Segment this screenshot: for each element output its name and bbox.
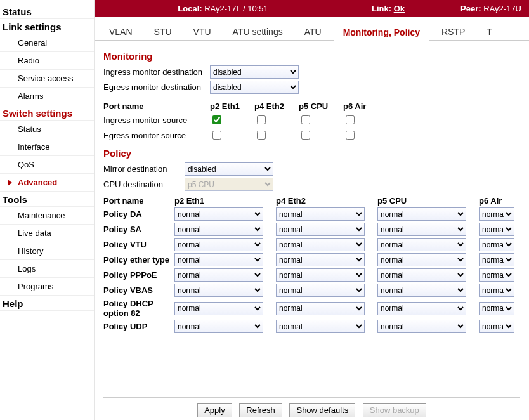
sidebar-item[interactable]: General <box>0 34 94 52</box>
policy-select[interactable]: normal <box>276 302 365 315</box>
peer-value: RAy2-17U <box>483 4 521 13</box>
sidebar-item[interactable]: Advanced <box>0 174 94 192</box>
sidebar-item[interactable]: Live data <box>0 225 94 242</box>
policy-select[interactable]: norma <box>479 238 514 251</box>
egress-src-checkbox-2[interactable] <box>301 131 310 140</box>
policy-row-label: Policy SA <box>103 225 174 234</box>
port-col-2: p5 CPU <box>299 102 343 111</box>
policy-select[interactable]: normal <box>377 268 466 282</box>
policy-select[interactable]: norma <box>479 223 514 236</box>
local-value: RAy2-17L / 10:51 <box>204 4 268 13</box>
policy-select[interactable]: norma <box>479 284 514 297</box>
policy-port-0: p2 Eth1 <box>174 196 276 206</box>
sidebar-item[interactable]: Service access <box>0 70 94 88</box>
policy-row-label: Policy VBAS <box>103 285 174 295</box>
policy-row-label: Policy PPPoE <box>103 270 174 280</box>
peer-label: Peer: <box>460 4 481 13</box>
link-value[interactable]: Ok <box>394 4 405 13</box>
sidebar-item[interactable]: History <box>0 242 94 260</box>
ingress-src-checkbox-1[interactable] <box>257 115 266 124</box>
policy-select[interactable]: norma <box>479 268 514 282</box>
ingress-dest-select[interactable]: disabled <box>210 65 299 79</box>
policy-select[interactable]: normal <box>377 253 466 266</box>
tab[interactable]: ATU <box>295 22 331 40</box>
ingress-src-checkbox-3[interactable] <box>346 115 355 124</box>
sidebar-group[interactable]: Switch settings <box>0 105 94 121</box>
egress-src-checkbox-0[interactable] <box>212 131 221 140</box>
policy-select[interactable]: normal <box>276 223 365 236</box>
tab[interactable]: RSTP <box>432 22 474 40</box>
ingress-src-checkbox-2[interactable] <box>301 115 310 124</box>
policy-row-label: Policy VTU <box>103 240 174 249</box>
policy-select[interactable]: norma <box>479 320 514 333</box>
sidebar-group[interactable]: Link settings <box>0 19 94 34</box>
policy-select[interactable]: normal <box>174 268 263 282</box>
tab[interactable]: VTU <box>184 22 221 40</box>
policy-select[interactable]: normal <box>276 207 365 221</box>
policy-select[interactable]: normal <box>174 284 263 297</box>
sidebar-group[interactable]: Tools <box>0 192 94 207</box>
ingress-src-label: Ingress monitor source <box>103 115 210 125</box>
tab[interactable]: Monitoring, Policy <box>334 23 429 41</box>
policy-port-1: p4 Eth2 <box>276 196 377 206</box>
policy-select[interactable]: normal <box>174 238 263 251</box>
ingress-src-checkbox-0[interactable] <box>212 115 221 124</box>
cpu-dest-label: CPU destination <box>103 180 185 189</box>
policy-select[interactable]: normal <box>174 320 263 333</box>
sidebar-item[interactable]: Status <box>0 121 94 138</box>
policy-select[interactable]: norma <box>479 207 514 221</box>
port-name-label: Port name <box>103 102 210 111</box>
tab[interactable]: ATU settings <box>223 22 292 40</box>
sidebar-item[interactable]: Interface <box>0 138 94 156</box>
policy-select[interactable]: normal <box>276 284 365 297</box>
policy-select[interactable]: normal <box>276 268 365 282</box>
tab[interactable]: VLAN <box>100 22 142 40</box>
sidebar-item[interactable]: Radio <box>0 52 94 70</box>
tab[interactable]: T <box>477 22 502 40</box>
policy-row-label: Policy UDP <box>103 322 174 331</box>
apply-button[interactable]: Apply <box>197 403 232 417</box>
monitoring-title: Monitoring <box>103 51 520 62</box>
policy-select[interactable]: normal <box>276 253 365 266</box>
content: Monitoring Ingress monitor destination d… <box>95 41 529 397</box>
policy-select[interactable]: normal <box>174 207 263 221</box>
bottom-bar: Apply Refresh Show defaults Show backup <box>103 397 520 420</box>
policy-select[interactable]: normal <box>276 320 365 333</box>
mirror-label: Mirror destination <box>103 164 185 174</box>
sidebar-item[interactable]: Maintenance <box>0 207 94 225</box>
refresh-button[interactable]: Refresh <box>239 403 282 417</box>
policy-port-2: p5 CPU <box>377 196 479 206</box>
sidebar-group[interactable]: Help <box>0 296 94 311</box>
show-backup-button: Show backup <box>363 403 426 417</box>
policy-select[interactable]: normal <box>377 320 466 333</box>
sidebar-item[interactable]: Programs <box>0 278 94 296</box>
policy-select[interactable]: norma <box>479 302 514 315</box>
policy-select[interactable]: normal <box>174 223 263 236</box>
policy-port-name-label: Port name <box>103 196 174 206</box>
policy-select[interactable]: normal <box>377 302 466 315</box>
mirror-select[interactable]: disabled <box>185 162 273 176</box>
egress-src-checkbox-1[interactable] <box>257 131 266 140</box>
sidebar-item[interactable]: Logs <box>0 260 94 278</box>
show-defaults-button[interactable]: Show defaults <box>289 403 355 417</box>
policy-select[interactable]: normal <box>276 238 365 251</box>
policy-select[interactable]: normal <box>377 223 466 236</box>
policy-select[interactable]: normal <box>377 238 466 251</box>
tab[interactable]: STU <box>145 22 181 40</box>
policy-select[interactable]: norma <box>479 253 514 266</box>
policy-port-3: p6 Air <box>479 196 517 206</box>
sidebar-item[interactable]: QoS <box>0 156 94 174</box>
policy-select[interactable]: normal <box>174 253 263 266</box>
sidebar-group[interactable]: Status <box>0 4 94 19</box>
egress-dest-select[interactable]: disabled <box>210 81 299 94</box>
ingress-dest-label: Ingress monitor destination <box>103 67 210 77</box>
policy-select[interactable]: normal <box>377 207 466 221</box>
policy-title: Policy <box>103 148 520 159</box>
port-col-3: p6 Air <box>343 102 388 111</box>
link-label: Link: <box>372 4 391 13</box>
cpu-dest-select: p5 CPU <box>185 178 273 191</box>
policy-select[interactable]: normal <box>174 302 263 315</box>
sidebar-item[interactable]: Alarms <box>0 88 94 105</box>
policy-select[interactable]: normal <box>377 284 466 297</box>
egress-src-checkbox-3[interactable] <box>346 131 355 140</box>
